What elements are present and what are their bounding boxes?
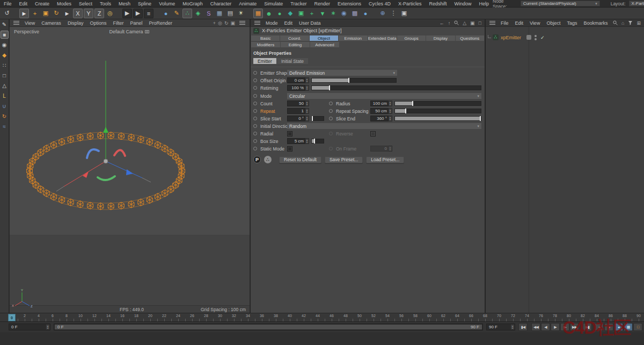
viewport-panel-menu-icon[interactable] — [239, 21, 245, 25]
anim-dot[interactable] — [329, 117, 333, 120]
subtab-emitter[interactable]: Emitter — [253, 58, 276, 64]
am-menu-user-data[interactable]: User Data — [296, 20, 324, 26]
xp-dynamics-icon[interactable]: ● — [275, 9, 284, 18]
orbit-view-icon[interactable]: ↻ — [224, 20, 229, 26]
anim-dot[interactable] — [253, 102, 257, 105]
menu-character[interactable]: Character — [207, 1, 236, 6]
initial-direction-dropdown[interactable]: Random ▾ — [287, 123, 481, 129]
slice-end-field[interactable]: 360 ° — [370, 116, 389, 121]
xp-material-icon[interactable]: ▩ — [350, 9, 360, 18]
toggle-view-icon[interactable]: ▣ — [230, 20, 235, 26]
mode-dropdown[interactable]: Circular ▾ — [287, 93, 481, 99]
pan-view-icon[interactable]: + — [213, 20, 216, 26]
tab-modifiers[interactable]: Modifiers — [251, 42, 280, 47]
viewport-menu-prorender[interactable]: ProRender — [145, 20, 175, 26]
repeat-spacing-field[interactable]: 50 cm — [370, 108, 389, 114]
tab-display[interactable]: Display — [426, 35, 455, 41]
menu-simulate[interactable]: Simulate — [260, 1, 287, 6]
spinner[interactable]: ▲▼ — [305, 77, 309, 83]
points-mode-icon[interactable]: ∷ — [1, 61, 9, 69]
end-frame-field[interactable]: 90 F ▲▼ — [486, 324, 515, 330]
keyframe-options-button[interactable]: □ — [633, 323, 642, 331]
spinner[interactable]: ▲▼ — [46, 324, 50, 330]
xp-logo-icon[interactable]: P — [253, 156, 261, 163]
spinner[interactable]: ▲▼ — [511, 324, 515, 330]
zoom-view-icon[interactable]: ◎ — [218, 20, 222, 26]
menu-window[interactable]: Window — [451, 1, 475, 6]
snap-target-icon[interactable]: ⊕ — [378, 9, 387, 18]
xp-cache-icon[interactable]: ◉ — [339, 9, 349, 18]
menu-tracker[interactable]: Tracker — [287, 1, 310, 6]
enabled-check-icon[interactable]: ✓ — [540, 35, 545, 40]
up-icon[interactable]: ↑ — [448, 20, 451, 26]
menu-redshift[interactable]: Redshift — [426, 1, 451, 6]
count-field[interactable]: 50 — [287, 100, 305, 106]
render-view-icon[interactable]: ▶ — [122, 9, 132, 18]
timeline-playhead[interactable]: 0 — [8, 314, 16, 321]
home-icon[interactable]: ⌂ — [621, 20, 624, 26]
xp-modifier-icon[interactable]: + — [307, 9, 317, 18]
xp-group-icon[interactable]: ☻ — [264, 9, 274, 18]
xp-emitter-icon[interactable]: ▦ — [253, 9, 263, 18]
viewport-menu-icon[interactable] — [13, 21, 19, 25]
load-preset-button[interactable]: Load Preset... — [366, 156, 404, 163]
slice-start-slider[interactable] — [311, 116, 324, 121]
static-mode-checkbox[interactable] — [287, 146, 292, 152]
new-panel-icon[interactable]: □ — [479, 20, 481, 26]
menu-x-particles[interactable]: X-Particles — [394, 1, 426, 6]
rotate-tool-icon[interactable]: ↻ — [52, 9, 61, 18]
xp-action-icon[interactable]: ▼ — [318, 9, 327, 18]
viewport-menu-display[interactable]: Display — [64, 20, 87, 26]
normal-move-icon[interactable]: ↻ — [1, 112, 9, 120]
menu-animate[interactable]: Animate — [235, 1, 260, 6]
menu-mograph[interactable]: MoGraph — [179, 1, 207, 6]
tab-extended-data[interactable]: Extended Data — [368, 35, 397, 41]
om-menu-view[interactable]: View — [526, 20, 543, 26]
frame-range-inner[interactable]: 0 F 90 F — [55, 325, 482, 329]
menu-edit[interactable]: Edit — [16, 1, 32, 6]
goto-start-button[interactable]: ▮◀ — [518, 323, 528, 331]
radial-checkbox[interactable] — [287, 131, 292, 136]
viewport-menu-cameras[interactable]: Cameras — [38, 20, 64, 26]
slice-end-slider[interactable] — [394, 116, 481, 121]
axis-mode-icon[interactable]: L — [1, 92, 9, 100]
menu-create[interactable]: Create — [31, 1, 53, 6]
radius-slider[interactable] — [394, 101, 481, 106]
menu-render[interactable]: Render — [310, 1, 334, 6]
repeat-field[interactable]: 1 — [287, 108, 305, 114]
menu-modes[interactable]: Modes — [53, 1, 75, 6]
tab-object[interactable]: Object — [310, 35, 338, 41]
repeat-spacing-slider[interactable] — [394, 109, 481, 113]
lock-x-icon[interactable]: X — [73, 9, 83, 18]
frame-range-slider[interactable]: 0 F 90 F — [54, 324, 483, 330]
spinner[interactable]: ▲▼ — [305, 85, 309, 91]
menu-tools[interactable]: Tools — [96, 1, 115, 6]
tab-questions[interactable]: Questions — [456, 35, 484, 41]
spinner[interactable]: ▲▼ — [305, 100, 309, 106]
snap-mode-icon[interactable]: ∪ — [1, 102, 9, 110]
last-tool-icon[interactable]: ► — [62, 9, 72, 18]
om-menu-tags[interactable]: Tags — [564, 20, 580, 26]
anim-dot[interactable] — [329, 109, 333, 113]
retiming-field[interactable]: 100 % — [287, 85, 305, 91]
viewport-canvas[interactable]: Perspective Default Camera — [10, 27, 250, 313]
primitive-sphere-icon[interactable]: ● — [161, 9, 171, 18]
filter-icon[interactable]: △ — [463, 20, 466, 26]
spinner[interactable]: ▲▼ — [305, 108, 309, 114]
snap-list-icon[interactable]: ⋮ — [389, 9, 398, 18]
xp-generator-icon[interactable]: ▣ — [296, 9, 306, 18]
prev-key-button[interactable]: ◀◀ — [531, 323, 540, 331]
spinner[interactable]: ▲▼ — [389, 100, 392, 106]
om-menu-object[interactable]: Object — [543, 20, 564, 26]
menu-select[interactable]: Select — [75, 1, 96, 6]
viewport-menu-options[interactable]: Options — [86, 20, 109, 26]
om-menu-bookmarks[interactable]: Bookmarks — [580, 20, 611, 26]
om-menu-edit[interactable]: Edit — [512, 20, 527, 26]
menu-help[interactable]: Help — [475, 1, 493, 6]
back-icon[interactable]: ← — [440, 20, 444, 26]
spinner[interactable]: ▲▼ — [389, 116, 392, 121]
node-space-dropdown[interactable]: Current (Standard/Physical) ▾ — [521, 1, 600, 6]
menu-extensions[interactable]: Extensions — [334, 1, 365, 6]
spline-pen-icon[interactable]: ✎ — [172, 9, 181, 18]
render-settings-icon[interactable]: ≡ — [144, 9, 153, 18]
